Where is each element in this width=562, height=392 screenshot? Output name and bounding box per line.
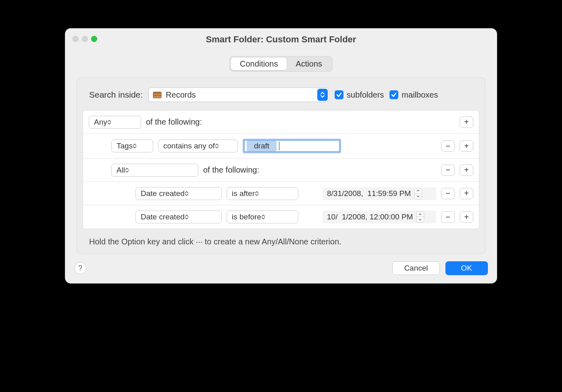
stepper-up-icon[interactable] [416,212,424,217]
window-title: Smart Folder: Custom Smart Folder [73,34,489,45]
date-stepper[interactable] [414,188,422,199]
conditions-panel: Search inside: Records subfolders [77,77,485,254]
select-arrows-icon [185,215,189,219]
svg-rect-2 [153,95,161,96]
select-arrows-icon [125,168,129,173]
op-is-before-select[interactable]: is before [227,211,298,223]
select-arrows-icon [133,144,137,148]
date-stepper[interactable] [416,211,424,223]
tags-token-field[interactable]: draft [243,139,341,153]
of-the-following-label: of the following: [203,165,259,175]
remove-rule-button[interactable]: − [441,165,455,176]
add-rule-button[interactable]: + [460,165,473,176]
op-is-after-value: is after [232,189,255,198]
stepper-down-icon[interactable] [414,194,422,199]
match-any-value: Any [94,118,107,127]
dialog-footer: ? Cancel OK [65,258,497,283]
field-date-created-select[interactable]: Date created [135,187,222,200]
rule-row-all: All of the following: − + [83,158,479,182]
popup-arrows-icon [317,89,328,101]
mailboxes-label: mailboxes [402,90,438,100]
field-date-created-value: Date created [141,189,185,198]
date-after-field[interactable]: 8/31/2008, 11:59:59 PM [323,187,436,200]
tab-actions[interactable]: Actions [287,58,331,70]
titlebar: Smart Folder: Custom Smart Folder [65,29,497,50]
remove-rule-button[interactable]: − [441,211,455,223]
window-close-button[interactable] [73,36,79,42]
date-before-field[interactable]: 10/ 1/2008, 12:00:00 PM [323,211,436,223]
cancel-button[interactable]: Cancel [392,261,439,275]
date-before-value: 10/ 1/2008, 12:00:00 PM [327,213,413,221]
select-arrows-icon [107,120,111,125]
op-contains-value: contains any of [163,142,215,150]
subfolders-checkbox[interactable] [335,90,343,99]
tab-bar: Conditions Actions [65,50,497,72]
mailboxes-checkbox[interactable] [389,90,398,99]
op-is-before-value: is before [232,213,261,221]
subfolders-label: subfolders [347,90,384,100]
remove-rule-button[interactable]: − [441,188,455,199]
field-tags-select[interactable]: Tags [111,140,153,152]
of-the-following-label: of the following: [146,117,202,127]
search-location-value: Records [166,90,196,100]
rule-row-tags: Tags contains any of draft [83,134,479,158]
select-arrows-icon [215,144,219,148]
subfolders-option[interactable]: subfolders [335,90,384,100]
records-folder-icon [153,91,162,99]
search-inside-label: Search inside: [89,90,143,100]
add-rule-button[interactable]: + [460,211,473,223]
rule-row-date-after: Date created is after 8/31/2008, 11:59 [83,182,479,205]
match-all-value: All [117,166,125,175]
text-caret [279,142,279,150]
add-rule-button[interactable]: + [460,188,473,199]
field-tags-value: Tags [117,142,133,150]
search-location-popup[interactable]: Records [148,88,329,102]
add-rule-button[interactable]: + [460,117,473,128]
rules-list: Any of the following: + Tags [83,110,479,229]
match-all-select[interactable]: All [111,164,198,177]
window-zoom-button[interactable] [91,36,97,42]
mailboxes-option[interactable]: mailboxes [389,90,438,100]
tab-conditions[interactable]: Conditions [231,58,287,70]
match-any-select[interactable]: Any [89,116,141,129]
field-date-created-value: Date created [141,213,185,221]
stepper-up-icon[interactable] [414,188,422,194]
date-after-value: 8/31/2008, 11:59:59 PM [327,189,411,198]
op-contains-select[interactable]: contains any of [158,140,238,152]
rule-row-any: Any of the following: + [83,111,479,134]
add-rule-button[interactable]: + [460,140,473,152]
op-is-after-select[interactable]: is after [227,187,298,200]
remove-rule-button[interactable]: − [441,140,455,152]
svg-rect-1 [153,92,161,94]
segmented-control: Conditions Actions [229,56,333,72]
window-controls [73,36,97,42]
help-button[interactable]: ? [74,262,86,274]
search-scope-row: Search inside: Records subfolders [77,79,485,110]
tag-token[interactable]: draft [247,141,277,151]
rule-row-date-before: Date created is before 10/ 1/2008, 12: [83,205,479,229]
field-date-created-select[interactable]: Date created [135,211,222,223]
smart-folder-dialog: Smart Folder: Custom Smart Folder Condit… [65,28,497,284]
select-arrows-icon [261,215,265,219]
select-arrows-icon [255,191,259,196]
hint-text: Hold the Option key and click ··· to cre… [77,235,485,254]
stepper-down-icon[interactable] [416,217,424,222]
window-minimize-button[interactable] [82,36,88,42]
ok-button[interactable]: OK [445,261,488,275]
select-arrows-icon [185,191,189,196]
